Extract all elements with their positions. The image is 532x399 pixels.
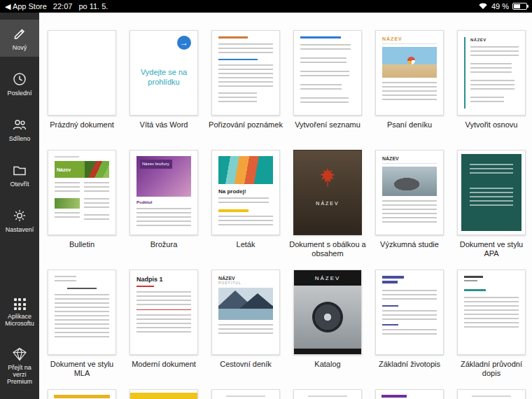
thumbnail-content: Název brožury Podtitul (136, 156, 191, 229)
template-apa-style-document[interactable]: Dokument ve stylu APA (457, 150, 526, 270)
template-title: Dokument ve stylu MLA (43, 360, 120, 378)
template-title: Dokument ve stylu APA (453, 240, 530, 258)
placeholder-lines (470, 80, 514, 92)
template-thumbnail (457, 150, 526, 235)
small-photo (55, 198, 80, 209)
placeholder-lines (470, 97, 504, 105)
tour-arrow-icon: → (177, 36, 191, 50)
status-bar-right: 49 % (478, 2, 527, 11)
footer-band (294, 349, 361, 354)
placeholder-lines (382, 329, 437, 337)
columns (55, 182, 109, 226)
preview-heading: NÁZEV (382, 36, 437, 41)
masthead: Název (55, 161, 109, 178)
placeholder-lines (300, 84, 342, 92)
placeholder-lines (218, 324, 273, 337)
template-thumbnail (48, 270, 116, 355)
thumbnail-content: Název (55, 156, 109, 229)
template-title: Vytvoření seznamu (289, 120, 366, 130)
template-basic-resume[interactable]: Základní životopis (375, 270, 444, 389)
template-thumbnail (293, 30, 362, 115)
template-mla-style-document[interactable]: Dokument ve stylu MLA (48, 270, 116, 389)
template-thumbnail: Název (48, 150, 116, 235)
sidebar-item-open[interactable]: Otevřít (0, 156, 39, 193)
preview-heading: NÁZEV (218, 276, 273, 281)
mountain-graphic (239, 293, 273, 309)
accent-line (218, 209, 248, 212)
template-create-list[interactable]: Vytvoření seznamu (293, 30, 362, 150)
template-take-notes[interactable]: Pořizování poznámek (211, 30, 280, 150)
template-grid: Prázdný dokument → Vydejte se na prohlíd… (39, 13, 532, 399)
thumbnail-content (464, 276, 519, 349)
template-thumbnail (375, 270, 444, 355)
placeholder-lines (470, 188, 513, 209)
template-title: Výzkumná studie (371, 240, 448, 249)
column (84, 182, 109, 226)
template-thumbnail: Název brožury Podtitul (130, 150, 198, 235)
template-blank-document[interactable]: Prázdný dokument (48, 30, 116, 150)
beach-photo (382, 47, 437, 78)
thumbnail-content: NÁZEV (382, 36, 437, 109)
people-icon (12, 117, 27, 132)
placeholder-lines (136, 208, 191, 226)
seal-photo (382, 167, 437, 196)
template-title: Základní průvodní dopis (453, 360, 530, 378)
thumbnail-content: NÁZEV (470, 38, 519, 109)
battery-percent: 49 % (491, 2, 509, 10)
template-card-partial[interactable] (211, 389, 280, 399)
template-title: Leták (207, 240, 284, 249)
template-card-partial[interactable] (48, 389, 116, 399)
template-cover-toc-document[interactable]: NÁZEV Dokument s obálkou a obsahem (293, 150, 362, 270)
template-card-partial[interactable] (293, 389, 362, 399)
diamond-icon (12, 347, 27, 361)
template-basic-cover-letter[interactable]: Základní průvodní dopis (457, 270, 526, 389)
maple-leaf-graphic (318, 167, 337, 191)
sidebar-item-label: Přejít na verzi Premium (1, 364, 38, 385)
sidebar-item-shared[interactable]: Sdíleno (0, 111, 39, 148)
thumbnail-content: Na prodej! (218, 156, 273, 229)
wifi-icon (478, 2, 488, 11)
template-thumbnail (48, 389, 116, 399)
template-title: Psaní deníku (371, 120, 448, 130)
gear-photo-graphic (312, 302, 343, 332)
template-title: Moderní dokument (125, 360, 202, 369)
template-thumbnail: NÁZEV (457, 30, 526, 115)
placeholder-lines (300, 57, 346, 66)
template-flyer[interactable]: Na prodej! Leták (211, 150, 280, 270)
template-card-partial[interactable] (130, 389, 198, 399)
template-modern-document[interactable]: Nadpis 1 Moderní dokument (130, 270, 198, 389)
sidebar-item-go-premium[interactable]: Přejít na verzi Premium (0, 341, 39, 391)
accent-rule (136, 309, 191, 310)
template-research-study[interactable]: NÁZEV Výzkumná studie (375, 150, 444, 270)
template-catalog[interactable]: NÁZEV Katalog (293, 270, 362, 389)
template-journal[interactable]: NÁZEV Psaní deníku (375, 30, 444, 150)
template-card-partial[interactable] (457, 389, 526, 399)
template-thumbnail (457, 389, 526, 399)
template-bulletin[interactable]: Název (48, 150, 116, 270)
template-brochure[interactable]: Název brožury Podtitul Brožura (130, 150, 198, 270)
thumbnail-content: Nadpis 1 (136, 276, 191, 349)
placeholder-lines (382, 290, 437, 301)
template-card-partial[interactable] (375, 389, 444, 399)
template-welcome-word[interactable]: → Vydejte se na prohlídku Vítá vás Word (130, 30, 198, 150)
template-travel-journal[interactable]: NÁZEV PODTITUL Cestovní deník (211, 270, 280, 389)
preview-subheading: Podtitul (136, 200, 191, 204)
sidebar-spacer (0, 247, 39, 292)
template-thumbnail: Nadpis 1 (130, 270, 198, 355)
placeholder-lines (218, 197, 269, 206)
sidebar-item-recent[interactable]: Poslední (0, 65, 39, 102)
placeholder-lines (218, 92, 257, 104)
template-outline[interactable]: NÁZEV Vytvořit osnovu (457, 30, 526, 150)
placeholder-heading (464, 276, 483, 278)
divider (382, 43, 437, 44)
sidebar-item-settings[interactable]: Nastavení (0, 202, 39, 239)
placeholder-lines (218, 216, 273, 227)
sidebar-item-microsoft-apps[interactable]: Aplikace Microsoftu (0, 292, 39, 332)
back-to-app-link[interactable]: ◀ App Store (5, 2, 47, 11)
sidebar-item-label: Nastavení (6, 226, 34, 233)
placeholder-lines (382, 82, 437, 103)
mountain-photo (218, 288, 273, 320)
placeholder-lines (136, 291, 191, 305)
placeholder-section-heading (382, 324, 398, 326)
sidebar-item-new[interactable]: Nový (0, 20, 39, 57)
